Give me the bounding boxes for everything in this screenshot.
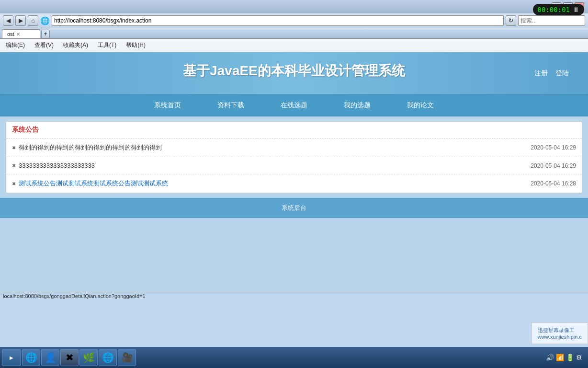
menu-help[interactable]: 帮助(H) — [123, 40, 148, 50]
home-button[interactable]: ⌂ — [28, 15, 38, 26]
announcement-date-1: 2020-05-04 16:29 — [531, 144, 576, 151]
tab-label: ost — [7, 31, 14, 37]
tab-close-button[interactable]: ✕ — [16, 32, 20, 37]
site-footer: 系统后台 — [0, 198, 588, 218]
nav-download[interactable]: 资料下载 — [214, 95, 248, 115]
bullet-icon: ✖ — [12, 163, 16, 168]
website-content: 基于JavaEE的本科毕业设计管理系统 注册 登陆 系统首页 资料下载 在线选题… — [0, 52, 588, 292]
new-tab-button[interactable]: + — [41, 30, 50, 38]
refresh-button[interactable]: ↻ — [506, 15, 516, 26]
announcement-text-1: 得到的得到的得到的得到的得到的得到的得到的得到 — [19, 143, 521, 152]
announcement-item: ✖ 3333333333333333333333 2020-05-04 16:2… — [6, 157, 582, 174]
site-navigation: 系统首页 资料下载 在线选题 我的选题 我的论文 — [0, 94, 588, 116]
announcement-link-3[interactable]: 测试系统公告测试测试系统测试系统公告测试测试系统 — [19, 179, 521, 188]
announcement-item: ✖ 得到的得到的得到的得到的得到的得到的得到的得到 2020-05-04 16:… — [6, 138, 582, 157]
nav-home[interactable]: 系统首页 — [150, 95, 185, 115]
back-button[interactable]: ◀ — [3, 15, 13, 26]
announcement-text-2: 3333333333333333333333 — [19, 162, 521, 169]
nav-my-selection[interactable]: 我的选题 — [340, 95, 374, 115]
announcement-date-2: 2020-05-04 16:29 — [531, 162, 576, 169]
menu-edit[interactable]: 编辑(E) — [3, 40, 28, 50]
backend-link[interactable]: 系统后台 — [282, 204, 306, 211]
announcement-item: ✖ 测试系统公告测试测试系统测试系统公告测试测试系统 2020-05-04 16… — [6, 174, 582, 193]
bullet-icon: ✖ — [12, 181, 16, 186]
announcement-section: 系统公告 ✖ 得到的得到的得到的得到的得到的得到的得到的得到 2020-05-0… — [6, 121, 582, 193]
announcement-header: 系统公告 — [6, 122, 582, 138]
bullet-icon: ✖ — [12, 145, 16, 150]
menu-view[interactable]: 查看(V) — [32, 40, 57, 50]
forward-button[interactable]: ▶ — [15, 15, 26, 26]
nav-select-topic[interactable]: 在线选题 — [277, 95, 311, 115]
menu-favorites[interactable]: 收藏夹(A) — [60, 40, 91, 50]
status-url: localhost:8080/bsgx/gonggaoDetailQian.ac… — [3, 293, 146, 299]
menu-tools[interactable]: 工具(T) — [95, 40, 119, 50]
timer-display: 00:00:01 — [538, 6, 570, 13]
ie-icon: 🌐 — [40, 16, 50, 25]
nav-my-paper[interactable]: 我的论文 — [403, 95, 438, 115]
announcement-date-3: 2020-05-04 16:28 — [531, 180, 576, 187]
site-auth-area: 注册 登陆 — [534, 69, 569, 78]
announcement-list: ✖ 得到的得到的得到的得到的得到的得到的得到的得到 2020-05-04 16:… — [6, 138, 582, 193]
pause-button[interactable]: ⏸ — [573, 6, 579, 13]
search-input[interactable] — [518, 15, 585, 26]
login-link[interactable]: 登陆 — [555, 69, 569, 78]
site-header: 基于JavaEE的本科毕业设计管理系统 注册 登陆 — [0, 52, 588, 94]
status-bar: localhost:8080/bsgx/gonggaoDetailQian.ac… — [0, 292, 588, 300]
active-tab[interactable]: ost ✕ — [2, 29, 40, 38]
site-title: 基于JavaEE的本科毕业设计管理系统 — [10, 62, 578, 80]
announcement-title: 系统公告 — [12, 126, 39, 133]
address-bar[interactable] — [52, 15, 504, 26]
register-link[interactable]: 注册 — [534, 69, 548, 78]
menu-bar: 编辑(E) 查看(V) 收藏夹(A) 工具(T) 帮助(H) — [0, 39, 588, 52]
